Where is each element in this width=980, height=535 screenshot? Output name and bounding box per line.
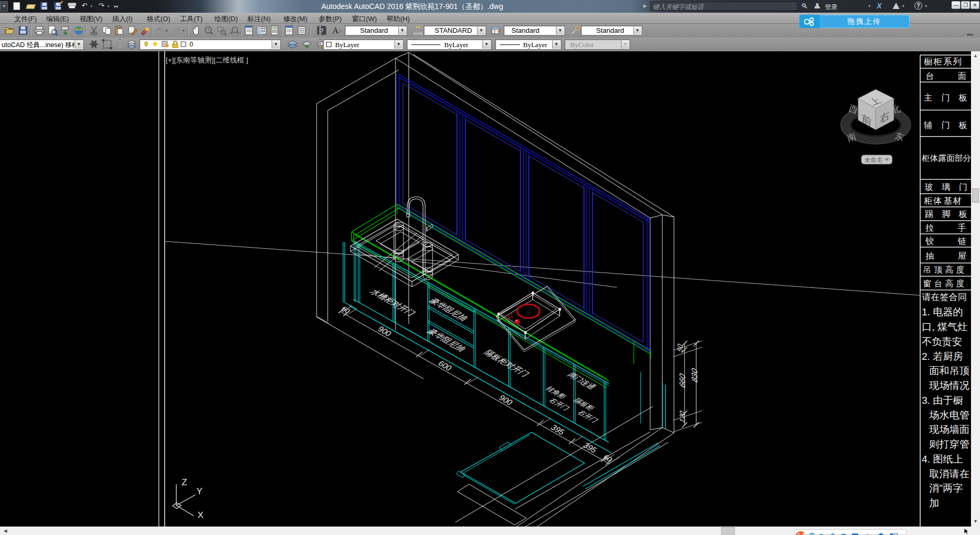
svg-text:列: 列 [953,57,962,66]
svg-text:辅: 辅 [924,121,932,130]
svg-text:场水电管: 场水电管 [929,410,969,421]
svg-text:2. 若厨房: 2. 若厨房 [922,351,963,362]
svg-text:未命名: 未命名 [865,157,883,163]
svg-text:踢: 踢 [925,210,933,219]
svg-text:中: 中 [810,532,815,535]
svg-text:面: 面 [958,71,966,80]
svg-text:▾: ▾ [886,157,888,162]
svg-text:现场情况: 现场情况 [929,380,969,391]
svg-text:拉: 拉 [925,223,934,232]
svg-text:柜: 柜 [933,57,942,66]
svg-text:板: 板 [958,210,967,219]
svg-text:铰: 铰 [925,236,934,246]
svg-text:吊: 吊 [923,265,931,274]
svg-text:门: 门 [941,121,950,130]
svg-text:抽: 抽 [925,251,934,260]
svg-text:面和吊顶: 面和吊顶 [929,365,969,376]
svg-text:3. 由于橱: 3. 由于橱 [922,395,963,406]
svg-text:取消请在: 取消请在 [929,468,969,479]
svg-text:系: 系 [943,57,952,66]
svg-text:高: 高 [945,265,954,274]
svg-text:门: 门 [959,183,967,192]
svg-text:玻: 玻 [924,183,933,192]
svg-text:度: 度 [956,265,965,274]
svg-text:台: 台 [925,71,934,80]
svg-text:链: 链 [958,237,966,246]
svg-text:板: 板 [958,121,967,130]
svg-text:消"两字: 消"两字 [929,483,963,494]
svg-text:加: 加 [929,497,939,509]
svg-text:请在签合同: 请在签合同 [922,292,967,302]
svg-text:体: 体 [933,196,942,205]
svg-text:4. 图纸上: 4. 图纸上 [922,454,963,465]
svg-text:橱: 橱 [924,57,933,66]
svg-text:台: 台 [934,279,942,288]
svg-text:窗: 窗 [923,279,931,288]
svg-text:1. 电器的: 1. 电器的 [922,306,963,318]
svg-text:脚: 脚 [942,210,950,219]
svg-text:不负责安: 不负责安 [922,336,962,347]
svg-text:板: 板 [958,93,967,102]
svg-text:屉: 屉 [958,251,966,260]
svg-text:柜体露面部分: 柜体露面部分 [921,153,972,162]
svg-text:璃: 璃 [941,183,950,192]
svg-text:现场墙面: 现场墙面 [929,424,969,435]
svg-text:基: 基 [943,196,952,205]
svg-text:[+][东南等轴测][二维线框 ]: [+][东南等轴测][二维线框 ] [166,56,248,64]
svg-text:度: 度 [956,279,965,288]
svg-text:顶: 顶 [933,265,942,274]
svg-text:材: 材 [952,196,961,205]
svg-text:则打穿管: 则打穿管 [929,439,969,450]
svg-text:柜: 柜 [924,196,932,205]
svg-text:口, 煤气灶: 口, 煤气灶 [922,321,968,332]
svg-text:手: 手 [958,223,966,232]
svg-text:高: 高 [945,279,954,288]
svg-text:门: 门 [941,93,950,102]
svg-text:Z: Z [182,477,187,487]
svg-text:Y: Y [196,486,202,496]
svg-text:主: 主 [924,93,932,102]
svg-text:X: X [197,510,203,520]
